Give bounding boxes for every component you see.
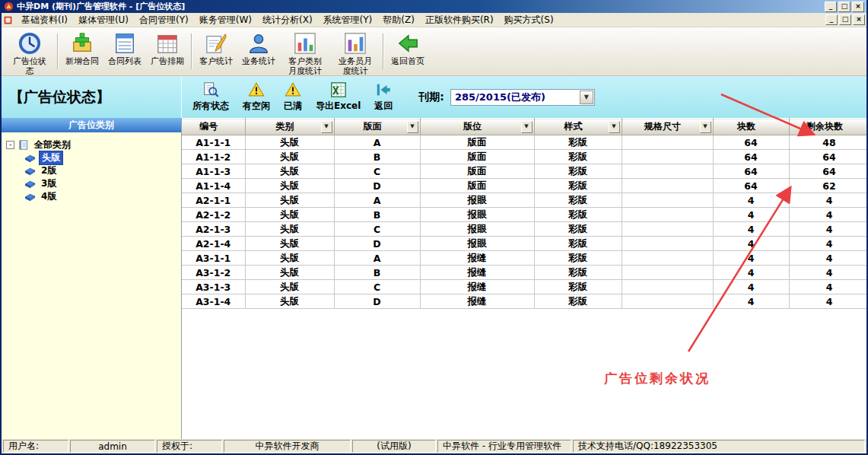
close-button[interactable]: × [852,2,864,12]
table-row[interactable]: A3-1-2头版B报缝彩版44 [182,266,866,280]
table-cell: 彩版 [534,179,622,193]
table-cell: 报眼 [420,208,534,222]
column-header-2[interactable]: 类别▼ [245,119,334,135]
table-cell: 4 [713,266,789,280]
column-header-8[interactable]: 剩余块数 [789,119,866,135]
combobox-arrow-icon[interactable]: ▼ [580,91,593,104]
minimize-button[interactable]: _ [825,2,837,12]
column-filter-button[interactable]: ▼ [700,121,711,133]
table-row[interactable]: A2-1-1头版A报眼彩版44 [182,193,866,208]
edition-badge: (试用版) [352,440,436,453]
column-header-4[interactable]: 版位▼ [420,119,534,135]
license-value: 中异软件开发商 [224,440,351,453]
table-cell [622,237,713,251]
table-cell: A1-1-1 [182,135,245,150]
toolbar-button-ad-schedule[interactable]: 广告排期 [146,29,189,74]
toolbar-button-contract-list[interactable]: 合同列表 [103,29,146,74]
toolbar-button-sales-stats[interactable]: 业务统计 [237,29,280,74]
child-window-icon [3,15,13,25]
tree-root[interactable]: -全部类别 [6,138,180,151]
table-cell: 彩版 [534,150,622,164]
menu-item-8[interactable]: 正版软件购买(R) [420,12,499,28]
table-cell: 48 [789,135,866,150]
menu-item-3[interactable]: 合同管理(Y) [134,12,194,28]
period-combobox[interactable]: 285/2015(已发布) ▼ [450,89,595,106]
return-arrow-icon [375,81,392,98]
menu-items: 基础资料(I)媒体管理(U)合同管理(Y)账务管理(W)统计分析(X)系统管理(… [16,12,559,28]
table-row[interactable]: A1-1-1头版A版面彩版6448 [182,135,866,150]
toolbar-button-new-contract[interactable]: 新增合同 [61,29,103,74]
column-header-label: 编号 [199,121,218,132]
table-row[interactable]: A3-1-4头版D报缝彩版44 [182,294,866,309]
toolbar-button-home[interactable]: 返回首页 [386,29,429,74]
table-cell: 彩版 [534,294,622,309]
toolbar-button-label: 合同列表 [108,56,141,66]
band-button-has-free[interactable]: 有空闲 [243,81,270,113]
table-cell: 彩版 [534,280,622,294]
table-cell: A3-1-4 [182,294,245,309]
period-label: 刊期: [418,91,444,104]
table-cell: A2-1-1 [182,193,245,208]
menu-item-2[interactable]: 媒体管理(U) [73,12,134,28]
menu-item-5[interactable]: 统计分析(X) [257,12,318,28]
table-row[interactable]: A3-1-1头版A报缝彩版44 [182,251,866,266]
toolbar-button-ad-status[interactable]: 广告位状态 [5,29,55,74]
table-cell: 头版 [245,280,334,294]
table-row[interactable]: A1-1-3头版C版面彩版6464 [182,164,866,179]
tree-item-3[interactable]: 3版 [24,177,180,190]
tree-item-1[interactable]: 头版 [24,151,180,164]
table-cell: 头版 [245,179,334,193]
column-filter-button[interactable]: ▼ [321,121,332,133]
table-row[interactable]: A1-1-4头版D版面彩版6462 [182,179,866,193]
menu-item-9[interactable]: 购买方式(S) [499,12,559,28]
restore-button[interactable]: □ [838,2,851,12]
child-minimize-button[interactable]: _ [825,14,838,25]
home-arrow-icon [396,32,419,55]
table-cell: 头版 [245,294,334,309]
sales-stats-icon [247,32,270,55]
column-header-7[interactable]: 块数 [713,119,789,135]
column-filter-button[interactable]: ▼ [407,121,418,133]
menu-item-6[interactable]: 系统管理(Y) [318,12,378,28]
book-icon [24,165,36,177]
toolbar-button-customer-monthly-stats[interactable]: 客户类别月度统计 [280,29,330,74]
column-filter-button[interactable]: ▼ [609,121,620,133]
tree-root-label: 全部类别 [32,138,73,151]
table-row[interactable]: A2-1-4头版D报眼彩版44 [182,237,866,251]
band-button-all-status[interactable]: 所有状态 [192,81,229,113]
column-header-5[interactable]: 样式▼ [534,119,622,135]
table-row[interactable]: A2-1-2头版B报眼彩版44 [182,208,866,222]
toolbar-button-salesman-monthly-stats[interactable]: 业务员月度统计 [330,29,380,74]
tree-item-4[interactable]: 4版 [24,190,180,203]
column-header-3[interactable]: 版面▼ [334,119,420,135]
table-cell: D [334,179,420,193]
column-header-6[interactable]: 规格尺寸▼ [622,119,713,135]
toolbar-button-customer-stats[interactable]: 客户统计 [195,29,237,74]
child-close-button[interactable]: × [853,14,865,25]
menu-item-7[interactable]: 帮助(Z) [377,12,420,28]
band-button-return[interactable]: 返回 [374,81,393,113]
table-cell: 彩版 [534,208,622,222]
table-row[interactable]: A1-1-2头版B版面彩版6464 [182,150,866,164]
menu-item-1[interactable]: 基础资料(I) [16,12,73,28]
toolbar-button-label: 客户统计 [199,56,233,66]
table-cell [622,135,713,150]
child-restore-button[interactable]: □ [839,14,851,25]
column-header-label: 规格尺寸 [644,121,681,132]
table-row[interactable]: A3-1-3头版C报缝彩版44 [182,280,866,294]
band-button-full[interactable]: 已满 [284,81,302,113]
table-cell: C [334,164,420,179]
tree-item-label: 4版 [39,190,59,203]
column-filter-button[interactable]: ▼ [521,121,533,133]
menu-item-4[interactable]: 账务管理(W) [194,12,257,28]
table-row[interactable]: A2-1-3头版C报眼彩版44 [182,222,866,237]
tree-item-2[interactable]: 2版 [24,164,180,177]
child-window-controls: _ □ × [825,14,865,25]
book-icon [24,178,36,189]
band-button-export-excel[interactable]: 导出Excel [316,81,361,113]
column-header-1[interactable]: 编号 [182,119,245,135]
column-header-label: 版位 [463,121,482,132]
tree-expander-icon[interactable]: - [6,141,14,149]
table-cell [622,280,713,294]
table-cell: A2-1-4 [182,237,245,251]
